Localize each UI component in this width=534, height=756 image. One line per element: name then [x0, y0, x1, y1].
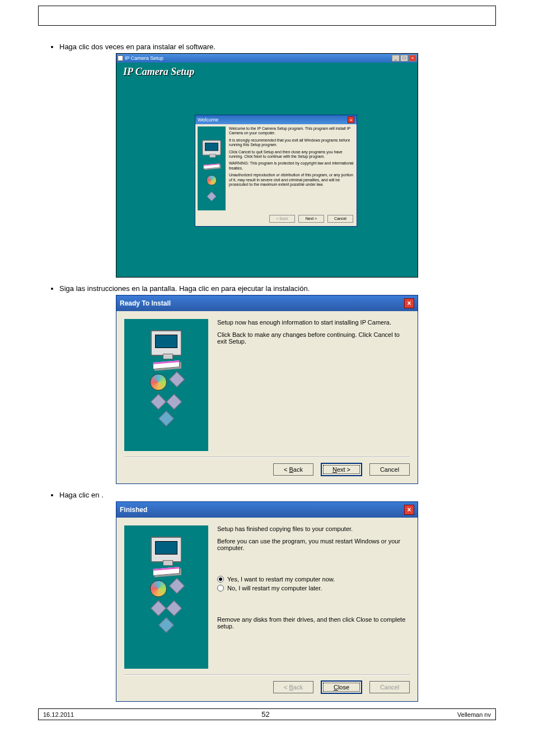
welcome-para-2: It is strongly recommended that you exit…: [229, 138, 354, 148]
page-number: 52: [74, 710, 457, 719]
restart-later-radio[interactable]: No, I will restart my computer later.: [217, 585, 410, 591]
close-icon[interactable]: ×: [409, 55, 416, 62]
finished-para-2: Before you can use the program, you must…: [217, 538, 410, 551]
screenshot-ready-to-install: Ready To Install × Setup now has enough …: [116, 295, 418, 484]
finished-para-3: Remove any disks from their drives, and …: [217, 616, 410, 630]
diamond-icon: [166, 394, 182, 410]
footer-company: Velleman nv: [457, 711, 491, 718]
diamond-icon: [169, 372, 185, 387]
radio-icon: [217, 585, 224, 591]
side-graphic-panel: [124, 525, 208, 669]
screenshot-welcome: IP Camera Setup _ □ × IP Camera Setup We…: [116, 53, 418, 278]
window-title: IP Camera Setup: [125, 55, 163, 61]
cancel-button: Cancel: [369, 681, 410, 693]
footer-date: 16.12.2011: [43, 711, 74, 718]
page-footer: 16.12.2011 52 Velleman nv: [38, 708, 496, 720]
back-button: < Back: [273, 681, 313, 693]
pen-icon: [158, 617, 174, 633]
ready-para-1: Setup now has enough information to star…: [217, 319, 410, 326]
cancel-button[interactable]: Cancel: [327, 215, 353, 223]
page-header-box: [38, 6, 496, 26]
finished-para-1: Setup has finished copying files to your…: [217, 525, 410, 532]
welcome-side-graphic: [198, 126, 226, 210]
radio-icon: [217, 576, 224, 583]
close-icon[interactable]: ×: [404, 298, 414, 308]
back-button: < Back: [269, 215, 295, 223]
maximize-icon[interactable]: □: [400, 55, 408, 62]
monitor-icon: [151, 537, 182, 562]
welcome-dialog: Welcome × Welcome to the IP Camera Setup…: [195, 115, 357, 227]
cancel-button[interactable]: Cancel: [369, 463, 410, 476]
diamond-icon: [151, 600, 166, 616]
welcome-para-5: Unauthorized reproduction or distributio…: [229, 173, 354, 187]
cd-icon: [150, 374, 167, 391]
screenshot-finished: Finished × Setup has finished copying fi…: [116, 501, 418, 702]
pen-icon: [158, 411, 174, 426]
minimize-icon[interactable]: _: [392, 55, 400, 62]
close-button[interactable]: Close: [321, 681, 362, 693]
welcome-para-1: Welcome to the IP Camera Setup program. …: [229, 126, 354, 136]
cd-icon: [150, 580, 167, 597]
close-icon[interactable]: ×: [404, 505, 414, 515]
radio-label: Yes, I want to restart my computer now.: [227, 576, 335, 583]
step-1-text: Haga clic dos veces en para instalar el …: [59, 43, 500, 51]
dialog-title: Finished: [120, 506, 147, 514]
welcome-para-4: WARNING: This program is protected by co…: [229, 161, 354, 171]
next-button[interactable]: Next >: [298, 215, 324, 223]
ready-para-2: Click Back to make any changes before co…: [217, 331, 410, 345]
diamond-icon: [169, 578, 185, 594]
app-banner: IP Camera Setup: [116, 63, 418, 81]
step-2-text: Siga las instrucciones en la pantalla. H…: [59, 284, 500, 293]
dialog-title: Ready To Install: [120, 299, 171, 307]
close-icon[interactable]: ×: [348, 116, 354, 123]
diamond-icon: [166, 600, 182, 616]
window-titlebar: IP Camera Setup _ □ ×: [116, 54, 418, 63]
floppy-icon: [153, 567, 180, 576]
diamond-icon: [151, 394, 166, 410]
app-icon: [118, 55, 123, 61]
floppy-icon: [153, 360, 180, 369]
back-button[interactable]: < Back: [273, 463, 313, 476]
monitor-icon: [151, 330, 182, 356]
next-button[interactable]: Next >: [321, 463, 362, 476]
side-graphic-panel: [124, 319, 208, 451]
restart-now-radio[interactable]: Yes, I want to restart my computer now.: [217, 576, 410, 583]
welcome-para-3: Click Cancel to quit Setup and then clos…: [229, 150, 354, 159]
welcome-title-text: Welcome: [198, 117, 218, 123]
radio-label: No, I will restart my computer later.: [227, 585, 322, 591]
step-3-text: Haga clic en .: [59, 491, 500, 499]
